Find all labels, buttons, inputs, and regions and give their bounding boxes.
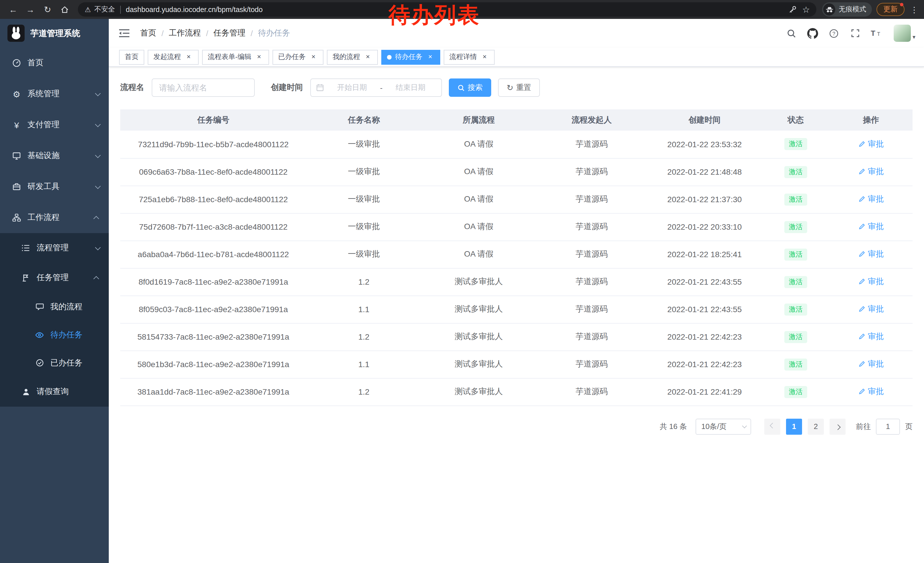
table-row: 58154733-7ac8-11ec-a9e2-a2380e71991a 1.2… <box>120 323 912 350</box>
approve-link[interactable]: 审批 <box>858 194 884 204</box>
approve-link[interactable]: 审批 <box>858 139 884 149</box>
sidebar-item-leave-query[interactable]: 请假查询 <box>0 377 109 407</box>
breadcrumb-home[interactable]: 首页 <box>140 28 156 38</box>
url-divider <box>120 6 121 14</box>
header-actions: ? TT ▾ <box>786 25 915 42</box>
tags-view-bar: 首页 发起流程 × 流程表单-编辑 × 已办任务 × 我的流程 × <box>109 48 924 67</box>
date-range-picker[interactable]: 开始日期 - 结束日期 <box>310 78 442 97</box>
table-row: 725a1eb6-7b88-11ec-8ef0-acde48001122 一级审… <box>120 186 912 213</box>
tab-close-icon[interactable]: × <box>184 53 193 61</box>
sidebar-item-done-task[interactable]: 已办任务 <box>0 349 109 377</box>
cell-task-name: 一级审批 <box>306 186 421 213</box>
edit-icon <box>858 168 866 176</box>
cell-status: 激活 <box>762 323 829 350</box>
browser-menu-icon[interactable]: ⋮ <box>909 5 920 14</box>
col-create-time: 创建时间 <box>647 110 762 131</box>
sidebar-item-task-management[interactable]: 任务管理 <box>0 263 109 293</box>
address-bar[interactable]: ⚠ 不安全 dashboard.yudao.iocoder.cn/bpm/tas… <box>78 2 816 17</box>
cell-task-id: 73211d9d-7b9b-11ec-b5b7-acde48001122 <box>120 131 306 158</box>
tab-process-form-edit[interactable]: 流程表单-编辑 × <box>202 50 269 65</box>
fullscreen-icon[interactable] <box>849 27 862 39</box>
table-row: 75d72608-7b7f-11ec-a3c8-acde48001122 一级审… <box>120 213 912 240</box>
browser-home-icon[interactable] <box>57 2 72 17</box>
approve-link[interactable]: 审批 <box>858 249 884 260</box>
approve-link[interactable]: 审批 <box>858 332 884 342</box>
sidebar-item-payment-management[interactable]: ¥ 支付管理 <box>0 110 109 140</box>
security-chip[interactable]: ⚠ 不安全 <box>85 5 120 14</box>
tab-my-process[interactable]: 我的流程 × <box>327 50 378 65</box>
app-body: 芋道管理系统 首页 ⚙ 系统管理 ¥ 支付管理 <box>0 19 924 563</box>
font-size-icon[interactable]: TT <box>870 27 883 39</box>
cell-task-name: 1.1 <box>306 296 421 323</box>
prev-page-button[interactable] <box>764 418 780 434</box>
search-button[interactable]: 搜索 <box>449 78 491 97</box>
sidebar-item-process-management[interactable]: 流程管理 <box>0 233 109 263</box>
approve-label: 审批 <box>868 139 884 149</box>
approve-label: 审批 <box>868 167 884 177</box>
page-size-value: 10条/页 <box>701 421 726 432</box>
dashboard-icon <box>12 58 22 68</box>
sidebar-item-todo-task[interactable]: 待办任务 <box>0 321 109 349</box>
breadcrumb-task-management[interactable]: 任务管理 <box>213 28 246 38</box>
chevron-up-icon <box>93 276 99 281</box>
tab-start-process[interactable]: 发起流程 × <box>148 50 199 65</box>
tab-close-icon[interactable]: × <box>309 53 318 61</box>
sidebar-item-infrastructure[interactable]: 基础设施 <box>0 140 109 171</box>
yen-icon: ¥ <box>12 120 22 130</box>
security-label: 不安全 <box>94 5 115 14</box>
process-name-input[interactable] <box>152 78 255 97</box>
tab-done-task[interactable]: 已办任务 × <box>273 50 324 65</box>
breadcrumb-workflow[interactable]: 工作流程 <box>169 28 201 38</box>
cell-action: 审批 <box>829 296 912 323</box>
next-page-button[interactable] <box>830 418 846 434</box>
help-icon[interactable]: ? <box>828 27 840 39</box>
done-task-icon <box>34 358 45 368</box>
menu-fold-icon[interactable] <box>117 26 131 40</box>
tab-process-detail[interactable]: 流程详情 × <box>444 50 495 65</box>
incognito-label: 无痕模式 <box>839 5 866 14</box>
breadcrumb-separator: / <box>206 29 208 38</box>
app-logo[interactable]: 芋道管理系统 <box>0 19 109 48</box>
tab-todo-task[interactable]: 待办任务 × <box>381 50 440 65</box>
cell-starter: 芋道源码 <box>536 323 647 350</box>
sidebar-item-system-management[interactable]: ⚙ 系统管理 <box>0 78 109 110</box>
tab-close-icon[interactable]: × <box>426 53 435 61</box>
tab-close-icon[interactable]: × <box>255 53 263 61</box>
user-avatar-dropdown[interactable]: ▾ <box>894 25 915 42</box>
cell-process: OA 请假 <box>422 240 536 268</box>
goto-page-input[interactable] <box>876 418 900 434</box>
sidebar-item-home[interactable]: 首页 <box>0 48 109 78</box>
approve-link[interactable]: 审批 <box>858 167 884 177</box>
sidebar-item-workflow[interactable]: 工作流程 <box>0 202 109 233</box>
bookmark-star-icon[interactable]: ☆ <box>799 3 813 17</box>
sidebar-item-label: 研发工具 <box>27 182 60 192</box>
cell-create-time: 2022-01-21 22:41:29 <box>647 378 762 405</box>
browser-refresh-icon[interactable]: ↻ <box>40 2 55 17</box>
sidebar-item-label: 我的流程 <box>50 302 82 312</box>
svg-text:?: ? <box>833 31 836 36</box>
incognito-icon <box>823 3 835 15</box>
key-icon[interactable] <box>786 3 799 17</box>
sidebar-item-my-process[interactable]: 我的流程 <box>0 293 109 321</box>
approve-link[interactable]: 审批 <box>858 304 884 314</box>
tab-home[interactable]: 首页 <box>119 50 144 65</box>
approve-link[interactable]: 审批 <box>858 222 884 232</box>
page-size-select[interactable]: 10条/页 <box>696 418 751 434</box>
tab-close-icon[interactable]: × <box>363 53 372 61</box>
approve-link[interactable]: 审批 <box>858 387 884 397</box>
tab-close-icon[interactable]: × <box>480 53 489 61</box>
sidebar-item-label: 请假查询 <box>37 387 69 397</box>
page-button-2[interactable]: 2 <box>808 418 824 434</box>
page-content: 流程名 创建时间 开始日期 - 结束日期 <box>109 67 924 563</box>
github-icon[interactable] <box>807 27 819 39</box>
sidebar-item-dev-tools[interactable]: 研发工具 <box>0 171 109 202</box>
browser-back-icon[interactable]: ← <box>6 2 21 17</box>
approve-link[interactable]: 审批 <box>858 277 884 287</box>
page-button-1[interactable]: 1 <box>786 418 802 434</box>
update-button[interactable]: 更新 <box>876 3 904 16</box>
search-icon[interactable] <box>786 27 798 39</box>
reset-button[interactable]: ↻ 重置 <box>498 78 540 97</box>
browser-forward-icon[interactable]: → <box>23 2 38 17</box>
approve-link[interactable]: 审批 <box>858 359 884 369</box>
url-text: dashboard.yudao.iocoder.cn/bpm/task/todo <box>126 6 786 14</box>
